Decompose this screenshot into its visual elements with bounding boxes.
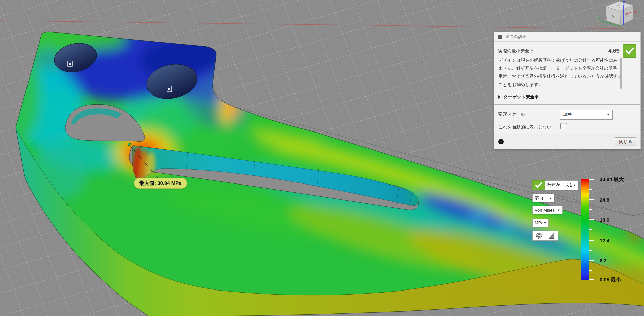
deform-scale-value: 調整 [563,112,572,118]
min-safety-row: 実際の最小安全率 4.69 [498,44,636,58]
colorbar-tick [589,279,594,280]
max-value-text: 最大値: 30.94 MPa [139,180,182,187]
deform-scale-label: 変形スケール [498,111,525,117]
check-icon [535,182,542,188]
panel-title: 結果の詳細 [505,34,527,40]
scale-tick-label: 24.8 [600,196,643,203]
panel-scrollbar[interactable] [620,58,622,89]
x-axis-line [0,21,644,29]
chevron-down-icon: ▼ [573,183,576,187]
scale-tick-label: 6.2 [600,257,643,264]
max-point-marker [128,143,131,146]
panel-titlebar[interactable]: 結果の詳細 [494,32,640,42]
chevron-down-icon: ▼ [549,197,552,200]
target-safety-expander[interactable]: ターゲット安全率 [498,94,539,100]
unit-label: MPa [535,220,544,225]
unit-dropdown[interactable]: MPa ▼ [532,219,549,227]
x-axis-label: X [634,10,637,14]
target-safety-label: ターゲット安全率 [503,94,539,100]
stress-colorbar [581,179,589,280]
slope-triangle-icon[interactable] [548,232,555,239]
panel-footer: i 閉じる [494,134,640,149]
colorbar-tick [589,199,594,200]
safety-description: デザインは現在の解析基準で曲げまたは分解する可能性はありません。解析基準を検証し… [498,56,623,89]
y-axis-label: Y [598,17,600,21]
auto-hide-label: これを自動的に表示しない [498,124,551,130]
chevron-down-icon: ▼ [557,209,560,212]
colorbar-tick [589,179,594,180]
load-case-label: 荷重ケース1 [547,182,572,188]
colorbar-tick [589,189,592,190]
min-safety-label: 実際の最小安全率 [498,48,533,54]
close-button[interactable]: 閉じる [615,137,636,146]
chevron-down-icon: ▼ [607,113,610,116]
deform-scale-dropdown[interactable]: 調整 ▼ [560,110,613,120]
legend-toolbox [532,231,558,241]
scale-max-label: 30.94 最大 [600,176,643,183]
result-type-dropdown[interactable]: 応力 ▼ [532,194,554,202]
colorbar-tick [589,209,592,210]
colorbar-tick [589,250,592,251]
load-case-checkbox[interactable] [532,180,545,190]
scale-tick-label: 18.6 [600,216,643,223]
view-cube-front-label: 左 [610,13,616,19]
colorbar-tick [589,240,594,241]
z-axis-label: Z [623,1,625,5]
component-dropdown[interactable]: Von Mises ▼ [532,206,563,214]
collapse-icon[interactable] [498,35,502,39]
view-cube[interactable]: 上 左 前 Z X Y [593,0,644,34]
load-case-dropdown[interactable]: 荷重ケース1 ▼ [545,180,578,190]
chevron-down-icon: ▼ [544,221,547,225]
colorbar-tick [589,270,592,271]
auto-hide-checkbox[interactable] [560,123,567,129]
max-value-callout[interactable]: 最大値: 30.94 MPa [134,178,187,189]
colorbar-tick [589,219,594,220]
result-type-label: 応力 [535,195,543,201]
gear-icon[interactable] [536,232,542,239]
panel-divider [494,104,640,105]
scale-tick-label: 12.4 [600,236,643,244]
safety-pass-badge [623,44,636,58]
info-icon[interactable]: i [498,139,504,144]
colorbar-tick [589,229,592,230]
component-label: Von Mises [535,208,555,213]
check-icon [625,47,634,55]
scale-min-label: 0.05 最小 [600,276,643,283]
expander-arrow-icon [498,95,501,99]
colorbar-tick [589,260,594,261]
min-safety-value: 4.69 [608,48,620,54]
3d-viewport[interactable]: 最大値: 30.94 MPa 荷重ケース1 ▼ 応力 ▼ Von Mises ▼… [0,0,644,316]
results-detail-panel: 結果の詳細 実際の最小安全率 4.69 デザインは現在の解析基準で曲げまたは分解… [494,32,641,149]
